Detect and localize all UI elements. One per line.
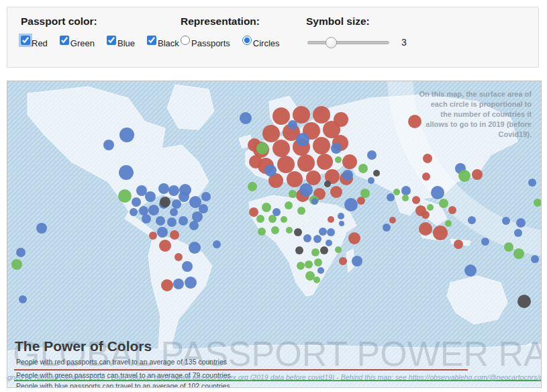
country-circle[interactable] bbox=[360, 189, 370, 198]
country-circle[interactable] bbox=[422, 173, 430, 181]
country-circle[interactable] bbox=[170, 230, 179, 240]
checkbox-green-label[interactable]: Green bbox=[60, 36, 95, 48]
country-circle[interactable] bbox=[358, 164, 368, 173]
country-circle[interactable] bbox=[295, 246, 303, 254]
radio-passports[interactable] bbox=[181, 36, 190, 45]
country-circle[interactable] bbox=[294, 228, 302, 236]
radio-passports-label[interactable]: Passports bbox=[181, 36, 230, 48]
country-circle[interactable] bbox=[373, 170, 380, 177]
country-circle[interactable] bbox=[472, 169, 483, 180]
country-circle[interactable] bbox=[448, 206, 456, 214]
country-circle[interactable] bbox=[142, 214, 151, 224]
country-circle[interactable] bbox=[314, 258, 322, 266]
radio-circles[interactable] bbox=[242, 36, 252, 45]
country-circle[interactable] bbox=[156, 216, 165, 226]
country-circle[interactable] bbox=[271, 226, 279, 234]
country-circle[interactable] bbox=[256, 142, 268, 154]
country-circle[interactable] bbox=[342, 154, 357, 169]
country-circle[interactable] bbox=[272, 140, 290, 157]
country-circle[interactable] bbox=[324, 181, 331, 187]
country-circle[interactable] bbox=[256, 215, 264, 223]
country-circle[interactable] bbox=[445, 220, 452, 227]
country-circle[interactable] bbox=[272, 107, 290, 125]
country-circle[interactable] bbox=[264, 164, 277, 177]
country-circle[interactable] bbox=[136, 185, 147, 196]
country-circle[interactable] bbox=[389, 217, 396, 224]
country-circle[interactable] bbox=[502, 217, 510, 225]
country-circle[interactable] bbox=[330, 186, 342, 198]
country-circle[interactable] bbox=[19, 295, 27, 303]
country-circle[interactable] bbox=[433, 226, 448, 240]
checkbox-green[interactable] bbox=[60, 36, 69, 45]
country-circle[interactable] bbox=[299, 183, 313, 197]
country-circle[interactable] bbox=[387, 193, 395, 201]
country-circle[interactable] bbox=[514, 229, 522, 237]
radio-circles-label[interactable]: Circles bbox=[242, 36, 280, 48]
country-circle[interactable] bbox=[326, 240, 332, 246]
country-circle[interactable] bbox=[431, 186, 444, 199]
country-circle[interactable] bbox=[317, 267, 324, 274]
country-circle[interactable] bbox=[185, 277, 197, 289]
country-circle[interactable] bbox=[481, 238, 489, 246]
country-circle[interactable] bbox=[516, 218, 526, 228]
country-circle[interactable] bbox=[393, 189, 400, 195]
country-circle[interactable] bbox=[248, 182, 257, 191]
country-circle[interactable] bbox=[305, 260, 313, 268]
country-circle[interactable] bbox=[160, 197, 170, 207]
country-circle[interactable] bbox=[240, 112, 252, 124]
country-circle[interactable] bbox=[213, 240, 221, 248]
country-circle[interactable] bbox=[427, 204, 434, 211]
country-circle[interactable] bbox=[145, 191, 156, 202]
country-circle[interactable] bbox=[201, 192, 211, 201]
country-circle[interactable] bbox=[348, 232, 360, 244]
country-circle[interactable] bbox=[272, 208, 281, 216]
country-circle[interactable] bbox=[297, 207, 305, 215]
country-circle[interactable] bbox=[287, 171, 303, 187]
country-circle[interactable] bbox=[454, 240, 463, 249]
country-circle[interactable] bbox=[423, 154, 432, 163]
checkbox-black-label[interactable]: Black bbox=[147, 36, 179, 48]
country-circle[interactable] bbox=[339, 221, 344, 226]
country-circle[interactable] bbox=[189, 221, 199, 230]
country-circle[interactable] bbox=[281, 216, 287, 223]
country-circle[interactable] bbox=[367, 150, 377, 160]
country-circle[interactable] bbox=[103, 140, 114, 150]
country-circle[interactable] bbox=[157, 227, 168, 238]
country-circle[interactable] bbox=[199, 204, 208, 213]
country-circle[interactable] bbox=[268, 215, 277, 223]
country-circle[interactable] bbox=[192, 211, 203, 222]
country-circle[interactable] bbox=[172, 199, 181, 209]
country-circle[interactable] bbox=[328, 216, 334, 223]
country-circle[interactable] bbox=[504, 242, 513, 252]
country-circle[interactable] bbox=[293, 106, 310, 124]
symbol-size-slider[interactable] bbox=[307, 37, 389, 48]
country-circle[interactable] bbox=[286, 227, 293, 234]
country-circle[interactable] bbox=[344, 198, 358, 211]
country-circle[interactable] bbox=[296, 133, 309, 146]
country-circle[interactable] bbox=[338, 213, 344, 219]
country-circle[interactable] bbox=[297, 262, 305, 270]
country-circle[interactable] bbox=[313, 137, 330, 154]
country-circle[interactable] bbox=[402, 195, 409, 201]
checkbox-blue[interactable] bbox=[107, 36, 116, 45]
country-circle[interactable] bbox=[401, 186, 411, 195]
country-circle[interactable] bbox=[517, 295, 531, 308]
country-circle[interactable] bbox=[249, 207, 258, 217]
country-circle[interactable] bbox=[288, 120, 297, 130]
country-circle[interactable] bbox=[167, 217, 177, 227]
country-circle[interactable] bbox=[327, 228, 335, 236]
country-circle[interactable] bbox=[439, 199, 448, 208]
country-circle[interactable] bbox=[289, 190, 297, 198]
checkbox-red-label[interactable]: Red bbox=[21, 36, 48, 48]
country-circle[interactable] bbox=[170, 208, 178, 216]
country-circle[interactable] bbox=[320, 246, 328, 254]
country-circle[interactable] bbox=[313, 235, 321, 243]
country-circle[interactable] bbox=[513, 248, 524, 259]
checkbox-blue-label[interactable]: Blue bbox=[107, 36, 135, 48]
country-circle[interactable] bbox=[175, 253, 183, 261]
country-circle[interactable] bbox=[335, 156, 342, 163]
country-circle[interactable] bbox=[319, 228, 327, 236]
country-circle[interactable] bbox=[119, 165, 134, 180]
country-circle[interactable] bbox=[305, 271, 315, 281]
country-circle[interactable] bbox=[161, 279, 173, 291]
